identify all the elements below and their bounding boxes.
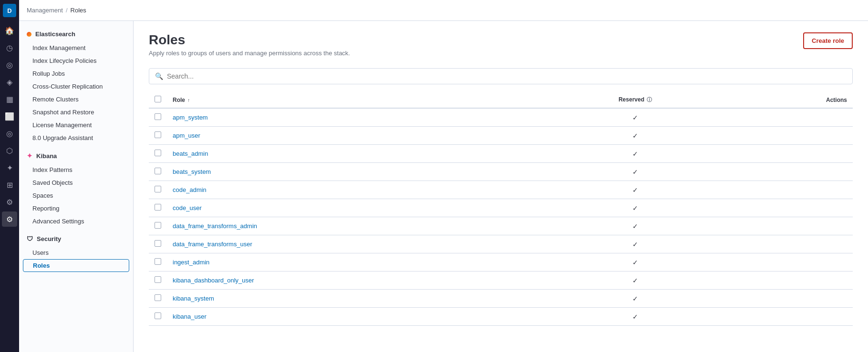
row-checkbox[interactable] (155, 131, 161, 138)
sidebar-item-index-management[interactable]: Index Management (19, 41, 133, 54)
row-checkbox-cell (149, 272, 167, 290)
role-name-cell[interactable]: kibana_user (167, 308, 546, 326)
role-name-cell[interactable]: apm_user (167, 127, 546, 145)
sidebar-item-users[interactable]: Users (19, 246, 133, 259)
sidebar-item-spaces[interactable]: Spaces (19, 189, 133, 202)
nav-management[interactable]: ⚙ (2, 211, 17, 227)
sidebar-item-roles[interactable]: Roles (23, 259, 129, 272)
kibana-icon: ✦ (27, 152, 32, 160)
kibana-section-label: Kibana (36, 152, 57, 160)
reserved-cell: ✓ (546, 163, 724, 181)
role-name-cell[interactable]: kibana_system (167, 290, 546, 308)
row-checkbox[interactable] (155, 113, 161, 120)
role-name-cell[interactable]: kibana_dashboard_only_user (167, 272, 546, 290)
reserved-col-label: Reserved (619, 96, 644, 103)
table-row: beats_system ✓ (149, 163, 853, 181)
nav-canvas[interactable]: ⬜ (2, 109, 17, 124)
row-checkbox-cell (149, 127, 167, 145)
nav-stack[interactable]: ⊞ (2, 177, 17, 192)
nav-ml[interactable]: ✦ (2, 160, 17, 175)
page-title: Roles (149, 32, 350, 48)
table-row: apm_user ✓ (149, 127, 853, 145)
sidebar-item-index-lifecycle-policies[interactable]: Index Lifecycle Policies (19, 54, 133, 67)
actions-cell (724, 181, 853, 199)
row-checkbox[interactable] (155, 204, 161, 211)
reserved-cell: ✓ (546, 145, 724, 163)
row-checkbox[interactable] (155, 186, 161, 192)
sidebar-item-saved-objects[interactable]: Saved Objects (19, 176, 133, 189)
sidebar-item-reporting[interactable]: Reporting (19, 202, 133, 215)
row-checkbox-cell (149, 181, 167, 199)
breadcrumb-separator: / (66, 7, 68, 14)
row-checkbox-cell (149, 235, 167, 253)
role-name-cell[interactable]: beats_admin (167, 145, 546, 163)
nav-maps[interactable]: ◎ (2, 126, 17, 141)
breadcrumb: Management / Roles (27, 7, 86, 14)
role-name-cell[interactable]: data_frame_transforms_admin (167, 217, 546, 235)
table-header-row: Role ↑ Reserved ⓘ Actions (149, 92, 853, 108)
nav-dashboard[interactable]: ▦ (2, 91, 17, 107)
page-header: Roles Apply roles to groups of users and… (149, 32, 853, 57)
reserved-cell: ✓ (546, 235, 724, 253)
row-checkbox-cell (149, 308, 167, 326)
role-name-cell[interactable]: ingest_admin (167, 253, 546, 272)
actions-cell (724, 108, 853, 127)
reserved-check-icon: ✓ (632, 222, 638, 230)
actions-cell (724, 308, 853, 326)
reserved-cell: ✓ (546, 290, 724, 308)
row-checkbox[interactable] (155, 312, 161, 319)
nav-graph[interactable]: ⬡ (2, 143, 17, 158)
nav-devtools[interactable]: ⚙ (2, 194, 17, 210)
row-checkbox[interactable] (155, 240, 161, 247)
role-name-cell[interactable]: apm_system (167, 108, 546, 127)
table-row: code_user ✓ (149, 199, 853, 217)
row-checkbox[interactable] (155, 222, 161, 229)
reserved-check-icon: ✓ (632, 186, 638, 194)
sidebar-item-advanced-settings[interactable]: Advanced Settings (19, 215, 133, 228)
row-checkbox[interactable] (155, 168, 161, 174)
role-name-cell[interactable]: code_admin (167, 181, 546, 199)
sidebar-item-snapshot-and-restore[interactable]: Snapshot and Restore (19, 106, 133, 119)
sidebar-item-rollup-jobs[interactable]: Rollup Jobs (19, 67, 133, 80)
reserved-cell: ✓ (546, 108, 724, 127)
row-checkbox-cell (149, 290, 167, 308)
sidebar-item-cross-cluster-replication[interactable]: Cross-Cluster Replication (19, 80, 133, 93)
nav-visualize[interactable]: ◈ (2, 74, 17, 90)
sidebar-item-remote-clusters[interactable]: Remote Clusters (19, 93, 133, 106)
row-checkbox[interactable] (155, 276, 161, 283)
actions-cell (724, 127, 853, 145)
sidebar-item-index-patterns[interactable]: Index Patterns (19, 163, 133, 176)
sidebar-section-kibana: ✦ Kibana (19, 148, 133, 163)
role-sort-icon[interactable]: ↑ (187, 98, 190, 103)
header-role[interactable]: Role ↑ (167, 92, 546, 108)
create-role-button[interactable]: Create role (803, 32, 853, 49)
actions-cell (724, 235, 853, 253)
reserved-info-icon[interactable]: ⓘ (647, 97, 652, 102)
sidebar-item-license-management[interactable]: License Management (19, 119, 133, 131)
row-checkbox[interactable] (155, 150, 161, 156)
role-name-cell[interactable]: data_frame_transforms_user (167, 235, 546, 253)
nav-discover[interactable]: ◎ (2, 57, 17, 72)
actions-cell (724, 145, 853, 163)
icon-bar: D 🏠 ◷ ◎ ◈ ▦ ⬜ ◎ ⬡ ✦ ⊞ ⚙ ⚙ (0, 0, 19, 352)
elasticsearch-dot-icon (27, 32, 31, 37)
breadcrumb-management[interactable]: Management (27, 7, 63, 14)
actions-cell (724, 163, 853, 181)
role-name-cell[interactable]: code_user (167, 199, 546, 217)
nav-home[interactable]: 🏠 (2, 23, 17, 38)
row-checkbox[interactable] (155, 258, 161, 265)
app-logo[interactable]: D (3, 4, 16, 17)
row-checkbox[interactable] (155, 294, 161, 301)
search-input[interactable] (167, 72, 847, 80)
select-all-checkbox[interactable] (155, 96, 161, 102)
actions-cell (724, 199, 853, 217)
reserved-cell: ✓ (546, 181, 724, 199)
nav-recent[interactable]: ◷ (2, 40, 17, 55)
main-layout: Elasticsearch Index Management Index Lif… (19, 21, 868, 352)
role-name-cell[interactable]: beats_system (167, 163, 546, 181)
table-row: apm_system ✓ (149, 108, 853, 127)
sidebar-item-upgrade-assistant[interactable]: 8.0 Upgrade Assistant (19, 131, 133, 144)
table-row: ingest_admin ✓ (149, 253, 853, 272)
reserved-check-icon: ✓ (632, 150, 638, 158)
reserved-check-icon: ✓ (632, 277, 638, 284)
